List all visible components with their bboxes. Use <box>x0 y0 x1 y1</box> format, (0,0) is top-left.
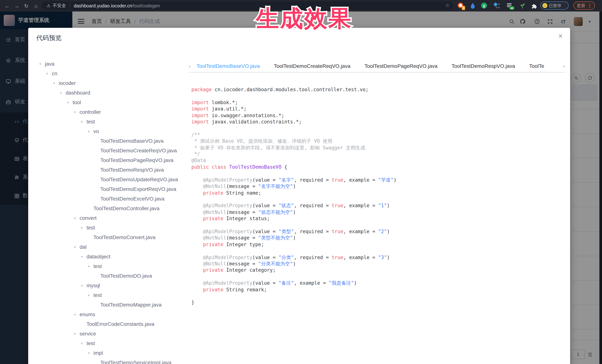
tree-label: ToolTestDemoServiceImpl.java <box>100 360 171 364</box>
caret-down-icon: ▾ <box>74 312 80 316</box>
tree-label: dal <box>80 244 86 250</box>
tree-file[interactable]: ToolTestDemoExcelVO.java <box>35 194 187 204</box>
profile-paused-chip[interactable]: 已暂停 <box>540 1 569 10</box>
tree-label: test <box>94 263 102 269</box>
emoji-avatar-icon <box>542 3 548 8</box>
tree-file[interactable]: ToolTestDemoUpdateReqVO.java <box>35 175 187 184</box>
extension-drop-icon[interactable] <box>470 3 476 9</box>
tree-folder[interactable]: ▾tool <box>35 97 187 107</box>
close-icon[interactable]: × <box>559 32 563 40</box>
caret-down-icon: ▾ <box>81 341 86 345</box>
not-secure-label: 不安全 <box>53 3 66 9</box>
tree-label: convert <box>80 215 97 221</box>
tree-folder[interactable]: ▾test <box>35 223 187 232</box>
tree-folder[interactable]: ▾test <box>35 338 187 348</box>
tree-folder[interactable]: ▾dataobject <box>35 252 187 261</box>
tree-folder[interactable]: ▾test <box>35 290 187 300</box>
tree-label: ToolTestDemoRespVO.java <box>100 167 164 173</box>
tree-file[interactable]: ToolTestDemoPageReqVO.java <box>35 155 187 165</box>
tree-folder[interactable]: ▾iocoder <box>35 78 187 88</box>
code-tab[interactable]: ToolTestDemoBaseVO.java <box>197 61 260 73</box>
caret-down-icon: ▾ <box>74 332 80 336</box>
extension-badge: 1 <box>462 6 465 10</box>
tree-file[interactable]: ToolTestDemoMapper.java <box>35 300 187 310</box>
tabs-scroll-left-icon[interactable]: ‹ <box>189 63 191 69</box>
caret-down-icon: ▾ <box>67 100 73 104</box>
caret-down-icon: ▾ <box>88 129 94 133</box>
address-bar[interactable]: ⚠ 不安全 dashboard.yudao.iocoder.cn /tool/c… <box>42 1 453 10</box>
tree-label: dashboard <box>66 90 90 96</box>
tree-file[interactable]: ToolTestDemoExportReqVO.java <box>35 184 187 194</box>
tree-label: ToolTestDemoUpdateReqVO.java <box>100 177 178 182</box>
browser-scrollbar[interactable] <box>599 11 602 364</box>
tree-folder[interactable]: ▾service <box>35 329 187 338</box>
file-tree: ▾java▾cn▾iocoder▾dashboard▾tool▾controll… <box>35 59 187 364</box>
extension-sprout-icon[interactable] <box>519 3 526 9</box>
extensions-puzzle-icon[interactable] <box>531 3 537 9</box>
extension-orange-ring-icon[interactable]: 1 <box>458 3 464 9</box>
url-path: /tool/codegen <box>132 3 160 8</box>
app-page: 首页 / 研发工具 / 代码生成 tT ▾ <box>0 11 602 364</box>
tree-folder[interactable]: ▾dashboard <box>35 88 187 97</box>
tree-folder[interactable]: ▾vo <box>35 126 187 136</box>
tree-label: ToolTestDemoController.java <box>94 205 160 211</box>
caret-down-icon: ▾ <box>81 120 86 124</box>
tree-folder[interactable]: ▾mysql <box>35 281 187 290</box>
code-tab[interactable]: ToolTestDemoPageReqVO.java <box>365 61 438 73</box>
tree-folder[interactable]: ▾impl <box>35 348 187 358</box>
browser-back-button[interactable]: ← <box>3 0 11 11</box>
tree-label: test <box>86 340 95 346</box>
tree-label: enums <box>80 311 95 317</box>
tree-folder[interactable]: ▾test <box>35 117 187 126</box>
tree-label: controller <box>80 109 101 115</box>
tree-label: test <box>94 292 102 298</box>
extension-gem-grid-icon[interactable] <box>494 3 500 9</box>
tree-file[interactable]: ToolTestDemoCreateReqVO.java <box>35 146 187 155</box>
tree-file[interactable]: ToolTestDemoBaseVO.java <box>35 136 187 146</box>
tree-file[interactable]: ToolErrorCodeConstants.java <box>35 319 187 329</box>
code-preview-modal: 代码预览 × ▾java▾cn▾iocoder▾dashboard▾tool▾c… <box>28 28 570 364</box>
code-tab[interactable]: ToolTe <box>529 61 544 73</box>
tree-folder[interactable]: ▾convert <box>35 213 187 223</box>
tabs-scroll-right-icon[interactable]: › <box>563 63 565 69</box>
tree-file[interactable]: ToolTestDemoConvert.java <box>35 232 187 242</box>
caret-down-icon: ▾ <box>81 254 86 259</box>
tree-label: vo <box>94 128 99 134</box>
caret-down-icon: ▾ <box>46 71 52 75</box>
tree-folder[interactable]: ▾test <box>35 261 187 271</box>
extension-green-circle-icon[interactable]: y <box>481 3 487 9</box>
tree-label: service <box>80 331 96 337</box>
browser-forward-button[interactable]: → <box>13 0 21 11</box>
bookmark-star-icon[interactable]: ☆ <box>445 3 450 8</box>
tree-label: test <box>86 119 95 125</box>
tree-label: ToolTestDemoConvert.java <box>94 234 156 240</box>
screen: ← → ↻ ⌂ ⚠ 不安全 dashboard.yudao.iocoder.cn… <box>0 0 602 364</box>
extension-list-on-icon[interactable]: on <box>507 3 513 9</box>
tree-folder[interactable]: ▾java <box>35 59 187 69</box>
tree-folder[interactable]: ▾dal <box>35 242 187 252</box>
code-tab[interactable]: ToolTestDemoCreateReqVO.java <box>274 61 350 73</box>
caret-down-icon: ▾ <box>81 226 86 230</box>
tree-file[interactable]: ToolTestDemoServiceImpl.java <box>35 358 187 364</box>
browser-update-button[interactable]: 更新 ⋮ <box>573 1 595 10</box>
tree-label: iocoder <box>59 80 76 86</box>
tree-label: java <box>45 61 54 67</box>
address-divider <box>70 3 70 8</box>
tree-file[interactable]: ToolTestDemoController.java <box>35 204 187 213</box>
tree-folder[interactable]: ▾cn <box>35 69 187 78</box>
tree-label: test <box>86 225 95 230</box>
tree-file[interactable]: ToolTestDemoDO.java <box>35 271 187 281</box>
tree-folder[interactable]: ▾controller <box>35 107 187 117</box>
tree-folder[interactable]: ▾enums <box>35 310 187 319</box>
caret-down-icon: ▾ <box>74 110 80 114</box>
tree-label: ToolTestDemoMapper.java <box>100 302 161 308</box>
tree-file[interactable]: ToolTestDemoRespVO.java <box>35 165 187 175</box>
caret-down-icon: ▾ <box>88 351 94 355</box>
browser-menu-dots-icon[interactable]: ⋮ <box>588 3 592 8</box>
browser-home-button[interactable]: ⌂ <box>32 0 40 11</box>
browser-reload-button[interactable]: ↻ <box>22 0 30 11</box>
tree-label: dataobject <box>86 254 110 260</box>
tree-label: ToolErrorCodeConstants.java <box>86 321 154 327</box>
code-tab[interactable]: ToolTestDemoRespVO.java <box>452 61 515 73</box>
tree-label: ToolTestDemoExcelVO.java <box>100 196 164 202</box>
